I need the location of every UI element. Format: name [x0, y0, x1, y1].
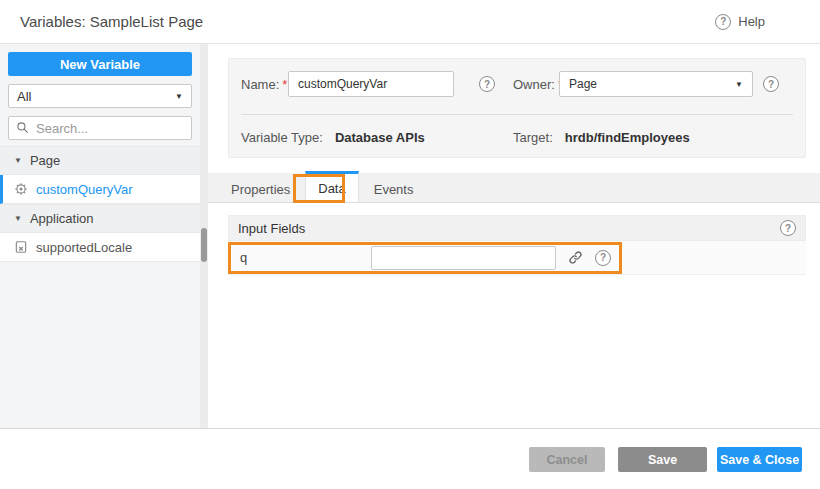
variable-type-label: Variable Type:: [241, 130, 323, 145]
owner-help-icon[interactable]: ?: [763, 76, 779, 92]
target-value: hrdb/findEmployees: [565, 130, 690, 145]
tab-events[interactable]: Events: [359, 173, 429, 202]
input-fields-help-icon[interactable]: ?: [780, 220, 796, 236]
input-fields-title: Input Fields: [238, 221, 305, 236]
field-input-q[interactable]: [371, 246, 556, 270]
dialog-header: Variables: SampleList Page ? Help: [0, 0, 820, 44]
tree-group-page[interactable]: ▼ Page: [0, 146, 200, 175]
sidebar-scrollbar[interactable]: [200, 44, 208, 429]
input-field-row-q: q ?: [228, 241, 806, 275]
variables-sidebar: New Variable All ▼ ▼ Page: [0, 44, 200, 429]
search-input[interactable]: [36, 121, 184, 136]
name-help-icon[interactable]: ?: [479, 76, 495, 92]
variable-search[interactable]: [8, 116, 192, 140]
chevron-down-icon: ▼: [735, 80, 743, 89]
tab-properties[interactable]: Properties: [216, 173, 305, 202]
variable-detail-panel: Name:* ? Owner:* Page ▼ ? Variable Type:…: [208, 44, 820, 429]
tree-item-supportedlocale[interactable]: supportedLocale: [0, 233, 200, 262]
owner-select[interactable]: Page ▼: [559, 71, 753, 97]
tree-item-label: supportedLocale: [36, 240, 132, 255]
scrollbar-thumb[interactable]: [201, 228, 207, 262]
page-title: Variables: SampleList Page: [20, 13, 203, 30]
tree-item-label: customQueryVar: [36, 182, 133, 197]
tree-group-label: Application: [30, 211, 94, 226]
help-link[interactable]: ? Help: [715, 14, 765, 30]
tree-group-application[interactable]: ▼ Application: [0, 204, 200, 233]
tree-group-label: Page: [30, 153, 60, 168]
help-icon: ?: [715, 14, 731, 30]
bind-link-icon[interactable]: [564, 247, 586, 269]
variable-type-value: Database APIs: [335, 130, 425, 145]
dialog-footer: Cancel Save Save & Close: [0, 429, 820, 489]
static-variable-icon: [14, 240, 28, 254]
search-icon: [16, 121, 30, 135]
detail-tabs: Properties Data Events: [208, 173, 820, 203]
tree-item-customqueryvar[interactable]: customQueryVar: [0, 175, 200, 204]
service-variable-icon: [14, 182, 28, 196]
variables-tree: ▼ Page customQueryVar ▼ Appl: [0, 146, 200, 262]
cancel-button[interactable]: Cancel: [529, 447, 605, 472]
name-field[interactable]: [288, 71, 454, 97]
collapse-triangle-icon: ▼: [14, 214, 22, 223]
save-button[interactable]: Save: [618, 447, 707, 472]
variable-filter-value: All: [17, 89, 31, 104]
tab-data[interactable]: Data: [305, 171, 358, 202]
chevron-down-icon: ▼: [175, 92, 183, 101]
name-label: Name:*: [241, 77, 287, 92]
field-help-icon[interactable]: ?: [595, 250, 611, 266]
variable-filter-select[interactable]: All ▼: [8, 84, 192, 108]
card-divider: [241, 114, 793, 115]
input-fields-header: Input Fields ?: [228, 215, 806, 241]
required-asterisk: *: [282, 77, 287, 92]
collapse-triangle-icon: ▼: [14, 156, 22, 165]
field-label-q: q: [240, 250, 371, 265]
owner-value: Page: [569, 77, 597, 91]
target-label: Target:: [513, 130, 553, 145]
save-and-close-button[interactable]: Save & Close: [717, 447, 802, 472]
new-variable-button[interactable]: New Variable: [8, 52, 192, 76]
variable-summary-card: Name:* ? Owner:* Page ▼ ? Variable Type:…: [228, 58, 806, 158]
help-label: Help: [738, 14, 765, 29]
owner-label: Owner:*: [513, 77, 563, 92]
